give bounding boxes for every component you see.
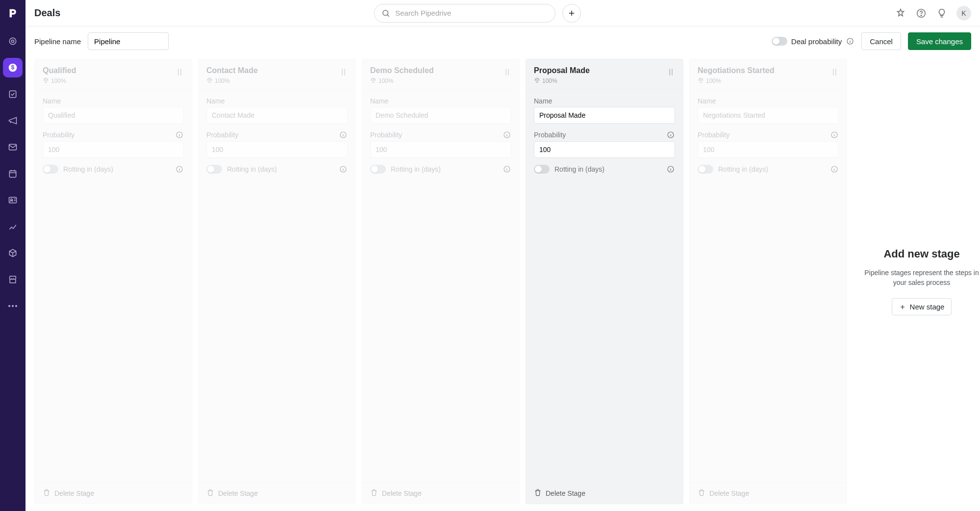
svg-point-10 — [921, 15, 921, 15]
svg-rect-28 — [833, 69, 834, 76]
stage-probability-input[interactable] — [370, 141, 511, 158]
stage-column: Proposal Made 100% Name Probability Rott… — [526, 59, 683, 504]
pipeline-toolbar: Pipeline name Deal probability Cancel Sa… — [25, 26, 980, 56]
rotting-info-icon[interactable] — [503, 165, 511, 174]
rotting-toggle[interactable] — [698, 165, 713, 174]
cancel-button[interactable]: Cancel — [861, 32, 901, 50]
stage-title: Demo Scheduled — [370, 66, 503, 75]
rotting-label: Rotting in (days) — [554, 165, 604, 173]
nav-leads-icon[interactable] — [3, 31, 23, 51]
nav-contacts-icon[interactable] — [3, 190, 23, 210]
stage-title: Contact Made — [206, 66, 340, 75]
scale-icon — [206, 77, 213, 85]
rotting-label: Rotting in (days) — [391, 165, 441, 173]
nav-activities-icon[interactable] — [3, 164, 23, 183]
stage-probability-percent: 100% — [706, 77, 721, 84]
svg-point-1 — [12, 40, 14, 43]
stage-name-input[interactable] — [534, 107, 675, 124]
save-button[interactable]: Save changes — [908, 32, 971, 50]
stage-name-input[interactable] — [206, 107, 348, 124]
rotting-label: Rotting in (days) — [227, 165, 277, 173]
nav-mail-icon[interactable] — [3, 137, 23, 157]
rotting-toggle[interactable] — [43, 165, 58, 174]
nav-more-icon[interactable] — [3, 296, 23, 316]
drag-handle-icon[interactable] — [176, 68, 184, 77]
rotting-toggle[interactable] — [534, 165, 550, 174]
stage-probability-summary: 100% — [206, 77, 340, 85]
stage-probability-input[interactable] — [43, 141, 184, 158]
svg-point-7 — [11, 199, 13, 201]
new-stage-button-label: New stage — [910, 303, 945, 311]
search-input[interactable] — [395, 9, 548, 17]
nav-projects-icon[interactable] — [3, 84, 23, 104]
nav-campaigns-icon[interactable] — [3, 111, 23, 130]
drag-handle-icon[interactable] — [831, 68, 839, 77]
svg-point-8 — [383, 10, 388, 16]
help-icon[interactable] — [915, 7, 927, 19]
search-icon — [381, 9, 390, 18]
deal-probability-toggle[interactable] — [772, 37, 787, 46]
delete-stage-button[interactable]: Delete Stage — [35, 482, 192, 504]
nav-insights-icon[interactable] — [3, 217, 23, 236]
pipeline-name-label: Pipeline name — [34, 37, 81, 46]
probability-info-icon[interactable] — [666, 130, 675, 139]
stage-probability-input[interactable] — [534, 141, 675, 158]
svg-point-0 — [9, 38, 16, 44]
svg-rect-17 — [344, 69, 345, 76]
delete-stage-button[interactable]: Delete Stage — [690, 482, 847, 504]
nav-products-icon[interactable] — [3, 243, 23, 263]
nav-marketplace-icon[interactable] — [3, 270, 23, 289]
probability-info-icon[interactable] — [830, 130, 839, 139]
stage-probability-summary: 100% — [534, 77, 667, 85]
delete-stage-button[interactable]: Delete Stage — [199, 482, 355, 504]
new-stage-button[interactable]: New stage — [892, 298, 952, 315]
delete-stage-label: Delete Stage — [218, 489, 258, 497]
rotting-info-icon[interactable] — [175, 165, 184, 174]
global-add-button[interactable] — [562, 4, 581, 23]
trash-icon — [370, 488, 378, 498]
rotting-info-icon[interactable] — [830, 165, 839, 174]
page-title: Deals — [34, 7, 60, 19]
name-field-label: Name — [698, 97, 839, 105]
rotting-toggle[interactable] — [206, 165, 222, 174]
rotting-info-icon[interactable] — [666, 165, 675, 174]
stage-column: Negotiations Started 100% Name Probabili… — [689, 59, 847, 504]
drag-handle-icon[interactable] — [503, 68, 511, 77]
scale-icon — [370, 77, 377, 85]
quick-actions-icon[interactable] — [895, 7, 906, 19]
stage-probability-input[interactable] — [698, 141, 839, 158]
stage-name-input[interactable] — [43, 107, 184, 124]
pipedrive-logo[interactable] — [3, 4, 22, 23]
probability-info-icon[interactable] — [339, 130, 348, 139]
stage-probability-percent: 100% — [378, 77, 394, 84]
search-box[interactable] — [374, 4, 555, 23]
tips-icon[interactable] — [936, 7, 948, 19]
nav-deals-icon[interactable] — [3, 58, 23, 77]
rotting-info-icon[interactable] — [339, 165, 348, 174]
probability-info-icon[interactable] — [503, 130, 511, 139]
user-avatar[interactable]: K — [956, 6, 971, 21]
delete-stage-button[interactable]: Delete Stage — [526, 482, 683, 504]
stage-name-input[interactable] — [370, 107, 511, 124]
svg-rect-6 — [9, 197, 17, 203]
drag-handle-icon[interactable] — [667, 68, 675, 77]
deal-probability-info-icon[interactable] — [846, 37, 854, 46]
scale-icon — [43, 77, 49, 85]
add-stage-panel: Add new stage Pipeline stages represent … — [853, 59, 980, 504]
rotting-toggle[interactable] — [370, 165, 386, 174]
scale-icon — [534, 77, 540, 85]
deal-probability-label: Deal probability — [791, 37, 842, 46]
topbar: Deals K — [25, 0, 980, 26]
trash-icon — [43, 488, 50, 498]
stage-probability-input[interactable] — [206, 141, 348, 158]
svg-rect-25 — [672, 69, 673, 76]
stage-title: Negotiations Started — [698, 66, 831, 75]
drag-handle-icon[interactable] — [340, 68, 348, 77]
probability-info-icon[interactable] — [175, 130, 184, 139]
pipeline-name-input[interactable] — [88, 32, 169, 50]
delete-stage-button[interactable]: Delete Stage — [362, 482, 519, 504]
stage-name-input[interactable] — [698, 107, 839, 124]
svg-rect-29 — [835, 69, 836, 76]
svg-rect-24 — [669, 69, 670, 76]
rotting-label: Rotting in (days) — [718, 165, 768, 173]
